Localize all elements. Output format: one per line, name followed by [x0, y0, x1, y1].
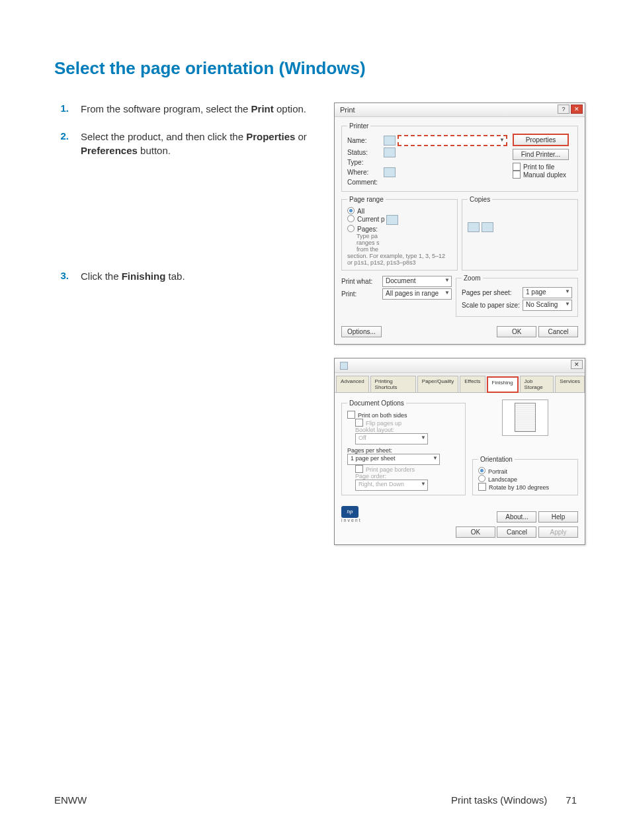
step-1-number: 1. [54, 103, 81, 116]
orientation-preview [502, 399, 548, 436]
properties-dialog: ✕ Advanced Printing Shortcuts Paper/Qual… [334, 358, 585, 545]
tab-effects[interactable]: Effects [460, 376, 485, 392]
pps2-dropdown[interactable]: 1 page per sheet [347, 454, 440, 465]
page-footer: ENWW Print tasks (Windows) 71 [54, 794, 577, 806]
find-printer-button[interactable]: Find Printer... [513, 149, 569, 160]
orientation-legend: Orientation [478, 456, 515, 463]
copies-legend: Copies [468, 196, 492, 203]
printer-icon [384, 147, 396, 157]
page-range-legend: Page range [347, 196, 386, 203]
rotate-checkbox[interactable]: Rotate by 180 degrees [478, 483, 572, 491]
booklet-label: Booklet layout: [355, 427, 460, 433]
range-current-radio[interactable]: Current p [347, 215, 452, 225]
order-dropdown: Right, then Down [355, 480, 428, 491]
hint-line2: ranges s [357, 239, 452, 246]
range-pages-radio[interactable]: Pages: [347, 225, 452, 233]
landscape-radio[interactable]: Landscape [478, 475, 572, 483]
step-3-text: Click the Finishing tab. [81, 270, 185, 283]
hint-line3: from the [357, 246, 452, 253]
doc-options-legend: Document Options [347, 399, 406, 407]
tab-services[interactable]: Services [555, 376, 585, 392]
tab-paper[interactable]: Paper/Quality [417, 376, 458, 392]
printer-name-dropdown[interactable] [398, 135, 507, 146]
options-button[interactable]: Options... [341, 326, 382, 337]
step-3-number: 3. [54, 270, 81, 283]
printer-legend: Printer [347, 122, 370, 130]
zoom-legend: Zoom [462, 274, 483, 282]
flip-pages-checkbox: Flip pages up [355, 419, 460, 427]
step-3: 3. Click the Finishing tab. [54, 270, 316, 283]
tab-finishing[interactable]: Finishing [487, 376, 519, 393]
section-heading: Select the page orientation (Windows) [54, 58, 577, 79]
tab-shortcuts[interactable]: Printing Shortcuts [370, 376, 416, 392]
status-label: Status: [347, 149, 384, 156]
apply-button: Apply [538, 526, 578, 538]
step-1-text: From the software program, select the Pr… [81, 103, 306, 116]
hint-line1: Type pa [357, 233, 452, 239]
pages-per-sheet-dropdown[interactable]: 1 page [523, 287, 572, 298]
hp-tagline: invent [341, 518, 362, 523]
printer-icon [340, 362, 348, 370]
cancel-button[interactable]: Cancel [538, 326, 578, 337]
tabs: Advanced Printing Shortcuts Paper/Qualit… [335, 373, 585, 393]
portrait-radio[interactable]: Portrait [478, 467, 572, 475]
pages-per-sheet-label: Pages per sheet: [462, 289, 523, 296]
where-label: Where: [347, 169, 384, 176]
footer-section: Print tasks (Windows) [451, 794, 547, 806]
pps2-label: Pages per sheet: [347, 447, 460, 454]
step-1: 1. From the software program, select the… [54, 103, 316, 116]
printer-icon [482, 222, 493, 232]
tab-job[interactable]: Job Storage [520, 376, 554, 392]
print-to-file-checkbox[interactable]: Print to file [513, 163, 572, 171]
print-scope-dropdown[interactable]: All pages in range [382, 288, 452, 300]
printer-icon [468, 222, 480, 232]
print-what-label: Print what: [341, 278, 382, 285]
order-label: Page order: [355, 473, 460, 480]
step-2-text: Select the product, and then click the P… [81, 130, 316, 157]
close-icon[interactable]: ✕ [571, 360, 583, 369]
comment-label: Comment: [347, 179, 384, 186]
step-2-number: 2. [54, 130, 81, 157]
scale-label: Scale to paper size: [462, 302, 523, 309]
print-scope-label: Print: [341, 290, 382, 298]
cancel2-button[interactable]: Cancel [497, 526, 536, 538]
about-button[interactable]: About... [497, 511, 536, 523]
properties-dialog-title: ✕ [335, 358, 585, 373]
print-both-sides-checkbox[interactable]: Print on both sides [347, 411, 460, 419]
printer-icon [386, 215, 398, 225]
help-button[interactable]: Help [538, 511, 578, 523]
step-2: 2. Select the product, and then click th… [54, 130, 316, 157]
printer-icon [384, 167, 396, 177]
hp-logo-icon: hp [341, 506, 358, 518]
footer-left: ENWW [54, 794, 87, 806]
ok2-button[interactable]: OK [456, 526, 495, 538]
scale-dropdown[interactable]: No Scaling [523, 300, 572, 311]
type-label: Type: [347, 159, 384, 166]
printer-icon [384, 136, 396, 146]
page-number: 71 [566, 794, 577, 806]
close-icon[interactable]: ✕ [571, 105, 583, 114]
name-label: Name: [347, 137, 384, 144]
manual-duplex-checkbox[interactable]: Manual duplex [513, 171, 572, 179]
range-hint: section. For example, type 1, 3, 5–12 or… [347, 253, 452, 266]
print-what-dropdown[interactable]: Document [382, 276, 452, 287]
range-all-radio[interactable]: All [347, 207, 452, 215]
booklet-dropdown: Off [355, 433, 428, 444]
help-icon[interactable]: ? [558, 105, 569, 114]
print-dialog-title: Print ? ✕ [335, 103, 585, 117]
tab-advanced[interactable]: Advanced [336, 376, 369, 392]
properties-button[interactable]: Properties [513, 134, 569, 146]
print-dialog: Print ? ✕ Printer Name: [334, 103, 585, 345]
ok-button[interactable]: OK [497, 326, 536, 337]
borders-checkbox: Print page borders [355, 465, 460, 473]
